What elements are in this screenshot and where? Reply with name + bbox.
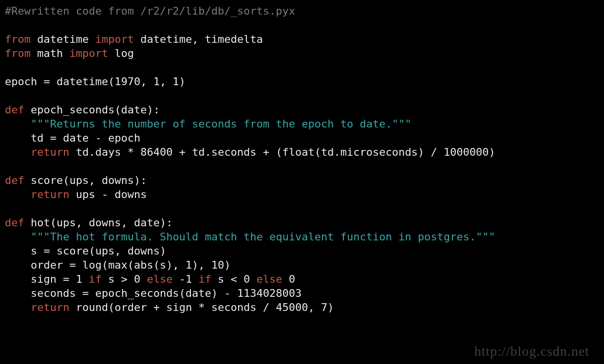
watermark-text: http://blog.csdn.net	[474, 344, 589, 358]
indent	[5, 118, 31, 130]
kw-if: if	[198, 273, 211, 285]
indent	[5, 301, 31, 313]
indent	[5, 231, 31, 243]
kw-return: return	[31, 301, 69, 313]
code-text: ups - downs	[69, 188, 147, 200]
code-text: datetime, timedelta	[134, 33, 263, 45]
code-text: math	[31, 47, 69, 59]
code-line: epoch = datetime(1970, 1, 1)	[5, 75, 186, 88]
code-text: sign = 1	[5, 273, 89, 285]
code-line: order = log(max(abs(s), 1), 10)	[5, 259, 231, 271]
kw-def: def	[5, 217, 24, 229]
code-text: 0	[283, 273, 296, 285]
indent	[5, 188, 31, 200]
code-text: log	[108, 47, 134, 59]
kw-else: else	[257, 273, 283, 285]
kw-import: import	[69, 47, 108, 59]
kw-from: from	[5, 47, 31, 59]
code-text: s < 0	[211, 273, 257, 285]
code-text: datetime	[31, 33, 95, 45]
fn-name: hot(ups, downs, date):	[24, 217, 173, 229]
docstring: """The hot formula. Should match the equ…	[31, 231, 495, 243]
code-text: round(order + sign * seconds / 45000, 7)	[69, 301, 334, 313]
kw-if: if	[89, 273, 102, 285]
code-text: -1	[172, 273, 198, 285]
docstring: """Returns the number of seconds from th…	[31, 118, 411, 130]
kw-from: from	[5, 33, 31, 45]
indent	[5, 146, 31, 158]
code-line: s = score(ups, downs)	[5, 245, 166, 257]
code-text: s > 0	[102, 273, 147, 285]
fn-name: epoch_seconds(date):	[24, 104, 160, 116]
fn-name: score(ups, downs):	[24, 174, 147, 186]
kw-def: def	[5, 174, 24, 186]
code-text: td.days * 86400 + td.seconds + (float(td…	[69, 146, 495, 158]
code-block: #Rewritten code from /r2/r2/lib/db/_sort…	[0, 0, 604, 318]
kw-def: def	[5, 104, 24, 116]
code-comment: #Rewritten code from /r2/r2/lib/db/_sort…	[5, 5, 295, 17]
kw-import: import	[95, 33, 133, 45]
code-line: td = date - epoch	[5, 132, 140, 144]
kw-return: return	[31, 188, 69, 200]
code-line: seconds = epoch_seconds(date) - 11340280…	[5, 287, 302, 299]
kw-return: return	[31, 146, 69, 158]
kw-else: else	[147, 273, 172, 285]
